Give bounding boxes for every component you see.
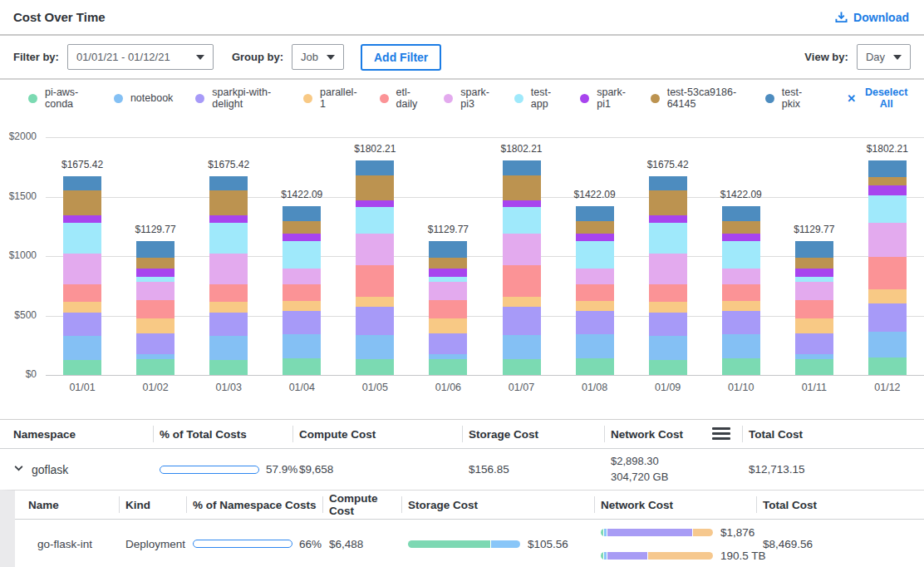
bar-segment-test-app[interactable] [209, 223, 248, 254]
bar-segment-test-53ca9186-64145[interactable] [356, 175, 394, 200]
bar-segment-parallel-1[interactable] [356, 297, 394, 307]
bar-segment-test-pkix[interactable] [356, 160, 394, 175]
bar-segment-etl-daily[interactable] [429, 300, 467, 319]
bar-segment-etl-daily[interactable] [576, 284, 614, 302]
bar-segment-spark-pi3[interactable] [649, 254, 687, 284]
bar-01/02[interactable]: $1129.77 [119, 137, 192, 375]
bar-segment-test-app[interactable] [63, 223, 101, 254]
bar-segment-pi-aws-conda[interactable] [722, 358, 760, 375]
view-by-select[interactable]: Day [857, 44, 911, 70]
bar-segment-test-pkix[interactable] [795, 241, 833, 258]
bar-segment-test-53ca9186-64145[interactable] [429, 258, 467, 269]
bar-segment-pi-aws-conda[interactable] [429, 359, 467, 375]
bar-segment-etl-daily[interactable] [722, 284, 760, 302]
bar-segment-test-pkix[interactable] [283, 206, 321, 221]
bar-segment-test-app[interactable] [503, 207, 541, 234]
bar-01/08[interactable]: $1422.09 [558, 137, 632, 375]
bar-segment-notebook[interactable] [356, 335, 394, 359]
bar-segment-test-pkix[interactable] [649, 176, 687, 190]
bar-segment-test-pkix[interactable] [868, 160, 907, 177]
bar-segment-test-pkix[interactable] [63, 176, 101, 190]
chevron-down-icon[interactable] [13, 463, 24, 476]
deselect-all-button[interactable]: ✕ Deselect All [847, 86, 911, 110]
bar-segment-parallel-1[interactable] [136, 318, 174, 333]
bar-segment-test-53ca9186-64145[interactable] [795, 258, 833, 269]
bar-01/01[interactable]: $1675.42 [46, 137, 119, 375]
legend-item-spark-pi1[interactable]: spark-pi1 [580, 86, 627, 110]
bar-segment-test-pkix[interactable] [429, 241, 467, 258]
bar-segment-sparkpi-with-delight[interactable] [649, 313, 687, 336]
bar-01/12[interactable]: $1802.21 [851, 137, 924, 375]
bar-segment-pi-aws-conda[interactable] [795, 359, 833, 375]
bar-segment-test-53ca9186-64145[interactable] [649, 190, 687, 215]
bar-segment-parallel-1[interactable] [429, 318, 467, 333]
bar-segment-test-53ca9186-64145[interactable] [283, 221, 321, 234]
bar-segment-spark-pi1[interactable] [503, 200, 541, 207]
bar-segment-pi-aws-conda[interactable] [576, 358, 614, 375]
bar-segment-sparkpi-with-delight[interactable] [429, 333, 467, 354]
bar-segment-etl-daily[interactable] [649, 284, 687, 303]
bar-segment-test-53ca9186-64145[interactable] [209, 190, 248, 215]
bar-segment-test-53ca9186-64145[interactable] [503, 175, 541, 200]
bar-segment-etl-daily[interactable] [209, 284, 248, 303]
bar-segment-test-app[interactable] [722, 241, 760, 269]
bar-segment-pi-aws-conda[interactable] [283, 358, 321, 375]
bar-segment-test-app[interactable] [576, 241, 614, 269]
bar-segment-parallel-1[interactable] [868, 289, 907, 303]
bar-segment-spark-pi3[interactable] [722, 269, 760, 284]
bar-segment-parallel-1[interactable] [209, 302, 248, 313]
bar-segment-test-53ca9186-64145[interactable] [576, 221, 614, 234]
bar-01/09[interactable]: $1675.42 [632, 137, 705, 375]
bar-segment-test-53ca9186-64145[interactable] [136, 258, 174, 269]
bar-segment-spark-pi1[interactable] [209, 215, 248, 223]
bar-segment-sparkpi-with-delight[interactable] [209, 313, 248, 336]
bar-segment-sparkpi-with-delight[interactable] [722, 311, 760, 334]
bar-segment-sparkpi-with-delight[interactable] [503, 307, 541, 335]
bar-segment-test-53ca9186-64145[interactable] [63, 190, 101, 215]
legend-item-test-pkix[interactable]: test-pkix [765, 86, 810, 110]
bar-segment-pi-aws-conda[interactable] [649, 360, 687, 375]
add-filter-button[interactable]: Add Filter [361, 44, 441, 71]
table-row[interactable]: goflask 57.9% $9,658 $156.85 $2,898.30 3… [0, 449, 924, 490]
legend-item-test-53ca9186-64145[interactable]: test-53ca9186-64145 [651, 86, 743, 110]
bar-segment-sparkpi-with-delight[interactable] [795, 333, 833, 354]
bar-segment-sparkpi-with-delight[interactable] [136, 333, 174, 354]
bar-segment-spark-pi3[interactable] [209, 254, 248, 284]
bar-segment-test-app[interactable] [356, 207, 394, 234]
bar-segment-etl-daily[interactable] [795, 300, 833, 319]
bar-segment-notebook[interactable] [283, 334, 321, 358]
legend-item-etl-daily[interactable]: etl-daily [380, 86, 422, 110]
legend-item-pi-aws-conda[interactable]: pi-aws-conda [28, 86, 91, 110]
bar-segment-spark-pi3[interactable] [136, 282, 174, 300]
bar-segment-spark-pi3[interactable] [503, 234, 541, 265]
bar-segment-test-pkix[interactable] [722, 206, 760, 221]
nested-table-row[interactable]: go-flask-int Deployment 66% $6,488 $105.… [15, 520, 924, 567]
bar-segment-etl-daily[interactable] [356, 265, 394, 297]
bar-segment-notebook[interactable] [576, 334, 614, 358]
bar-segment-notebook[interactable] [63, 336, 101, 360]
legend-item-spark-pi3[interactable]: spark-pi3 [444, 86, 491, 110]
bar-segment-pi-aws-conda[interactable] [868, 357, 907, 375]
bar-segment-etl-daily[interactable] [63, 284, 101, 303]
bar-segment-spark-pi1[interactable] [63, 215, 101, 223]
bar-segment-spark-pi3[interactable] [283, 269, 321, 284]
bar-segment-test-pkix[interactable] [209, 176, 248, 190]
legend-item-sparkpi-with-delight[interactable]: sparkpi-with-delight [195, 86, 281, 110]
bar-segment-parallel-1[interactable] [283, 301, 321, 311]
bar-segment-etl-daily[interactable] [503, 265, 541, 297]
bar-segment-etl-daily[interactable] [283, 284, 321, 302]
bar-segment-notebook[interactable] [868, 332, 907, 357]
bar-segment-etl-daily[interactable] [868, 257, 907, 289]
bar-segment-test-pkix[interactable] [503, 160, 541, 175]
bar-segment-notebook[interactable] [722, 334, 760, 358]
bar-segment-parallel-1[interactable] [503, 297, 541, 307]
bar-segment-pi-aws-conda[interactable] [209, 360, 248, 375]
bar-segment-parallel-1[interactable] [795, 318, 833, 333]
bar-segment-spark-pi3[interactable] [429, 282, 467, 300]
bar-segment-pi-aws-conda[interactable] [503, 359, 541, 375]
bar-segment-spark-pi1[interactable] [795, 269, 833, 277]
bar-segment-sparkpi-with-delight[interactable] [868, 303, 907, 331]
group-by-select[interactable]: Job [292, 44, 344, 70]
bar-segment-spark-pi1[interactable] [136, 269, 174, 277]
bar-segment-spark-pi1[interactable] [868, 185, 907, 195]
